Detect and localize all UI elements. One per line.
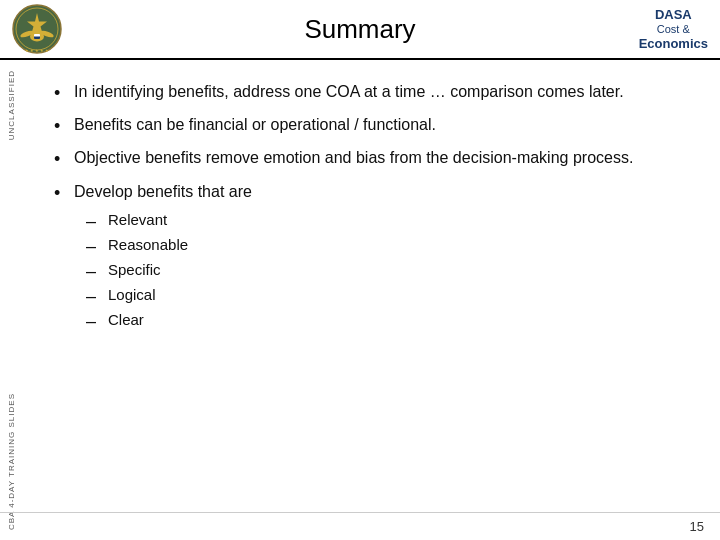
list-item: Clear bbox=[84, 309, 688, 330]
army-seal-logo: ★ ★ ★ ★ ★ bbox=[12, 4, 62, 54]
svg-text:★ ★ ★ ★ ★: ★ ★ ★ ★ ★ bbox=[25, 49, 49, 53]
footer: 15 bbox=[0, 512, 720, 540]
dasa-line3: Economics bbox=[639, 36, 708, 52]
bullet-list: In identifying benefits, address one COA… bbox=[54, 80, 688, 330]
svg-rect-8 bbox=[34, 34, 40, 37]
list-item: In identifying benefits, address one COA… bbox=[54, 80, 688, 103]
list-item: Relevant bbox=[84, 209, 688, 230]
dasa-line1: DASA bbox=[639, 7, 708, 23]
list-item: Develop benefits that are Relevant Reaso… bbox=[54, 180, 688, 330]
main-content: In identifying benefits, address one COA… bbox=[22, 62, 720, 510]
list-item: Objective benefits remove emotion and bi… bbox=[54, 146, 688, 169]
header: ★ ★ ★ ★ ★ Summary DASA Cost & Economics bbox=[0, 0, 720, 60]
unclassified-label: UNCLASSIFIED bbox=[7, 70, 16, 140]
training-label: CBA 4-DAY TRAINING SLIDES bbox=[7, 393, 16, 530]
sidebar: UNCLASSIFIED CBA 4-DAY TRAINING SLIDES bbox=[0, 60, 22, 540]
dasa-line2: Cost & bbox=[639, 22, 708, 35]
dasa-logo: DASA Cost & Economics bbox=[639, 7, 708, 51]
page-number: 15 bbox=[690, 519, 704, 534]
list-item: Logical bbox=[84, 284, 688, 305]
list-item: Benefits can be financial or operational… bbox=[54, 113, 688, 136]
list-item: Specific bbox=[84, 259, 688, 280]
sub-bullet-list: Relevant Reasonable Specific Logical Cle… bbox=[84, 209, 688, 330]
page-title: Summary bbox=[304, 14, 415, 45]
list-item: Reasonable bbox=[84, 234, 688, 255]
